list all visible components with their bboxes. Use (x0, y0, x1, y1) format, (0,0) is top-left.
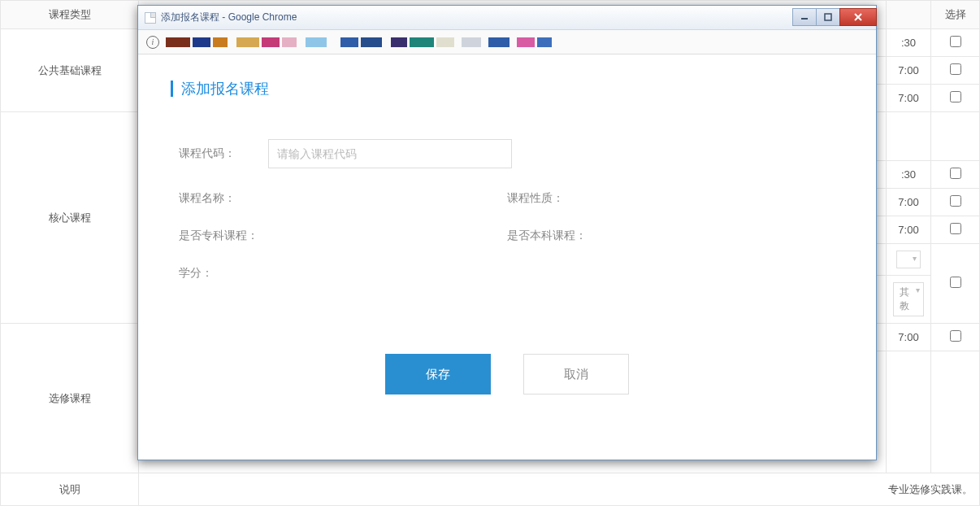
bottom-bar: 已选择课程列表 添加报名课程 (0, 506, 980, 510)
header-select: 选择 (931, 1, 980, 29)
dropdown[interactable]: 其教 (893, 282, 924, 316)
label-course-code: 课程代码： (179, 146, 268, 161)
course-code-input[interactable] (268, 139, 512, 168)
row-checkbox[interactable] (950, 223, 961, 234)
address-bar: i (138, 30, 876, 54)
save-button[interactable]: 保存 (385, 354, 491, 394)
window-titlebar: 添加报名课程 - Google Chrome (138, 6, 876, 30)
cat-public: 公共基础课程 (1, 29, 139, 112)
cell (931, 112, 980, 161)
dropdown[interactable] (896, 251, 921, 268)
label-credit: 学分： (179, 266, 268, 281)
cat-core: 核心课程 (1, 112, 139, 324)
row-checkbox[interactable] (950, 195, 961, 207)
title-accent-bar (171, 81, 173, 97)
time-cell (887, 112, 931, 161)
row-checkbox[interactable] (950, 277, 961, 288)
row-checkbox[interactable] (950, 36, 961, 47)
time-cell: :30 (887, 161, 931, 189)
time-cell: :30 (887, 29, 931, 57)
info-icon[interactable]: i (146, 36, 159, 49)
window-minimize-button[interactable] (792, 8, 817, 26)
row-checkbox[interactable] (950, 91, 961, 102)
cell (931, 351, 980, 473)
label-course-nature: 课程性质： (507, 191, 564, 206)
label-course-name: 课程名称： (179, 191, 268, 206)
cell (887, 351, 931, 473)
time-cell: 7:00 (887, 189, 931, 216)
header-type: 课程类型 (1, 1, 139, 29)
time-cell: 7:00 (887, 216, 931, 244)
cat-elective: 选修课程 (1, 324, 139, 473)
page-icon (145, 12, 156, 24)
label-is-benke: 是否本科课程： (507, 229, 587, 243)
header-time (887, 1, 931, 29)
time-cell: 7:00 (887, 85, 931, 112)
row-checkbox[interactable] (950, 330, 961, 342)
window-close-button[interactable] (839, 8, 877, 26)
window-title: 添加报名课程 - Google Chrome (161, 11, 787, 24)
time-cell: 7:00 (887, 324, 931, 351)
url-redacted (166, 37, 868, 48)
cat-note: 说明 (1, 473, 139, 506)
note-text: 专业选修实践课。 (139, 473, 980, 506)
cancel-button[interactable]: 取消 (523, 354, 629, 394)
add-course-dialog: 添加报名课程 - Google Chrome i 添加报名课程 (137, 5, 877, 460)
window-maximize-button[interactable] (816, 8, 840, 26)
time-cell: 7:00 (887, 57, 931, 85)
row-checkbox[interactable] (950, 168, 961, 179)
label-is-zhuanke: 是否专科课程： (179, 229, 284, 243)
dialog-title: 添加报名课程 (181, 79, 269, 98)
row-checkbox[interactable] (950, 63, 961, 75)
svg-rect-1 (825, 14, 831, 20)
